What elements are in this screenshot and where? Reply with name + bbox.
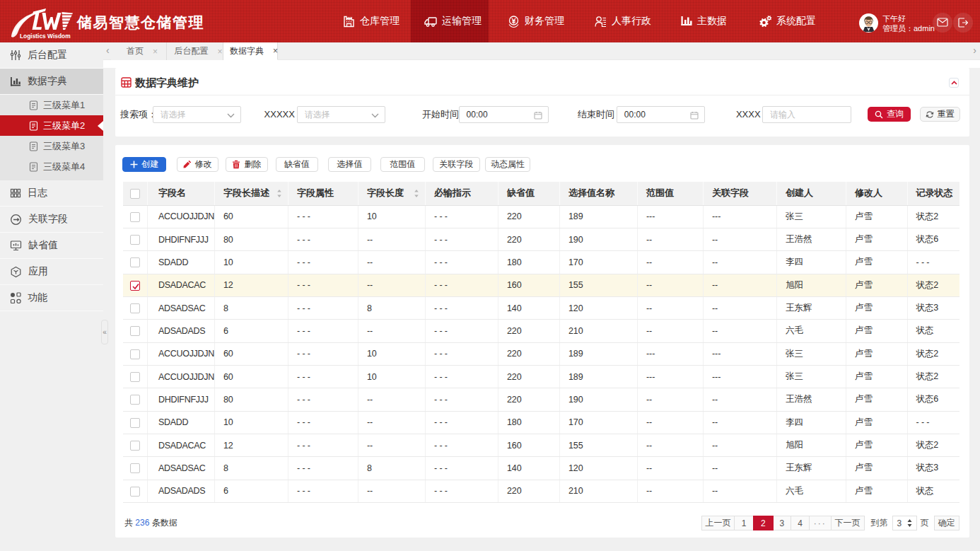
svg-text:Logistics Wisdom: Logistics Wisdom bbox=[20, 33, 71, 40]
